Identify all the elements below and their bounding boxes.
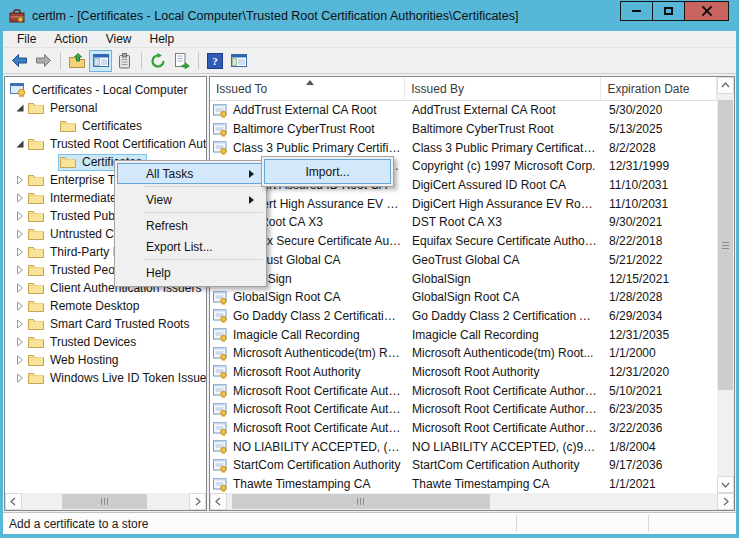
table-row[interactable]: Class 3 Public Primary Certificat...Clas… — [210, 138, 717, 157]
menu-item-export-list[interactable]: Export List... — [117, 236, 264, 257]
table-row[interactable]: Microsoft Root Certificate Auth...Micros… — [210, 381, 717, 400]
collapsed-expander-icon[interactable] — [13, 355, 26, 365]
show-console-tree-button[interactable] — [89, 50, 112, 72]
tree-horizontal-scrollbar[interactable] — [5, 493, 206, 510]
list-header: Issued ToIssued ByExpiration Date — [210, 77, 717, 101]
scroll-down-button[interactable] — [717, 476, 734, 493]
table-row[interactable]: Equifax Secure Certificate Auth...Equifa… — [210, 232, 717, 251]
table-row[interactable]: Imagicle Call RecordingImagicle Call Rec… — [210, 325, 717, 344]
table-row[interactable]: DST Root CA X3DST Root CA X39/30/2021 — [210, 213, 717, 232]
scroll-right-button[interactable] — [189, 493, 206, 510]
table-row[interactable]: Microsoft Authenticode(tm) Ro...Microsof… — [210, 344, 717, 363]
status-text: Add a certificate to a store — [9, 517, 148, 531]
collapsed-expander-icon[interactable] — [13, 301, 26, 311]
list-vertical-scrollbar[interactable] — [717, 77, 734, 493]
close-button[interactable] — [684, 1, 729, 21]
forward-button[interactable] — [32, 50, 55, 72]
table-row[interactable]: Thawte Timestamping CAThawte Timestampin… — [210, 475, 717, 493]
collapsed-expander-icon[interactable] — [13, 247, 26, 257]
toolbar-separator — [60, 52, 61, 69]
menu-item-view[interactable]: View — [117, 189, 264, 210]
back-button[interactable] — [8, 50, 31, 72]
menu-separator — [143, 212, 263, 213]
folder-icon — [28, 353, 45, 367]
scrollbar-thumb[interactable] — [232, 494, 490, 509]
collapsed-expander-icon[interactable] — [13, 193, 26, 203]
expanded-expander-icon[interactable] — [13, 139, 26, 149]
export-list-icon — [174, 53, 190, 69]
table-row[interactable]: DigiCert High Assurance EV Ro...DigiCert… — [210, 194, 717, 213]
tree-item[interactable]: Smart Card Trusted Roots — [5, 315, 206, 333]
expanded-expander-icon[interactable] — [13, 103, 26, 113]
scroll-up-button[interactable] — [717, 77, 734, 94]
collapsed-expander-icon[interactable] — [13, 229, 26, 239]
folder-icon — [28, 101, 45, 115]
up-one-level-button[interactable] — [65, 50, 88, 72]
menu-bar: FileActionViewHelp — [3, 31, 736, 48]
scrollbar-track[interactable] — [22, 493, 189, 510]
list-horizontal-scrollbar[interactable] — [210, 493, 734, 510]
scroll-left-button[interactable] — [210, 493, 227, 510]
console-window-button[interactable] — [227, 50, 250, 72]
tree-item[interactable]: Certificates - Local Computer — [5, 81, 206, 99]
svg-text:?: ? — [212, 55, 218, 67]
console-root-icon — [10, 82, 27, 98]
status-divider — [648, 515, 649, 532]
table-row[interactable]: Baltimore CyberTrust RootBaltimore Cyber… — [210, 120, 717, 139]
maximize-button[interactable] — [652, 1, 685, 21]
tree-item[interactable]: Personal — [5, 99, 206, 117]
refresh-button[interactable] — [146, 50, 169, 72]
scroll-left-button[interactable] — [5, 493, 22, 510]
table-row[interactable]: AddTrust External CA RootAddTrust Extern… — [210, 101, 717, 120]
minimize-button[interactable] — [620, 1, 653, 21]
maximize-icon — [664, 7, 673, 15]
collapsed-expander-icon[interactable] — [13, 319, 26, 329]
tree-item[interactable]: Web Hosting — [5, 351, 206, 369]
collapsed-expander-icon[interactable] — [13, 175, 26, 185]
tree-item[interactable]: Windows Live ID Token Issuer — [5, 369, 206, 387]
collapsed-expander-icon[interactable] — [13, 265, 26, 275]
column-header-expiration-date[interactable]: Expiration Date — [601, 77, 717, 100]
scrollbar-thumb[interactable] — [62, 494, 147, 509]
table-row[interactable]: NO LIABILITY ACCEPTED, (c)97 ...NO LIABI… — [210, 437, 717, 456]
table-row[interactable]: StartCom Certification AuthorityStartCom… — [210, 456, 717, 475]
tree-item[interactable]: Remote Desktop — [5, 297, 206, 315]
collapsed-expander-icon[interactable] — [13, 373, 26, 383]
menu-item-refresh[interactable]: Refresh — [117, 215, 264, 236]
menubar-item-action[interactable]: Action — [45, 31, 96, 47]
refresh-icon — [150, 53, 166, 69]
forward-icon — [35, 53, 52, 68]
menubar-item-view[interactable]: View — [97, 31, 141, 47]
table-row[interactable]: GlobalSignGlobalSign12/15/2021 — [210, 269, 717, 288]
scroll-right-button[interactable] — [717, 493, 734, 510]
tree-item[interactable]: Trusted Devices — [5, 333, 206, 351]
list-pane: Issued ToIssued ByExpiration Date AddTru… — [209, 76, 735, 511]
clipboard-button[interactable] — [113, 50, 136, 72]
export-list-button[interactable] — [170, 50, 193, 72]
context-menu: All TasksViewRefreshExport List...Help — [114, 160, 267, 287]
tree-item[interactable]: Trusted Root Certification Authorities — [5, 135, 206, 153]
table-row[interactable]: Microsoft Root Certificate Auth...Micros… — [210, 419, 717, 438]
table-row[interactable]: Microsoft Root AuthorityMicrosoft Root A… — [210, 363, 717, 382]
folder-icon — [28, 191, 45, 205]
table-row[interactable]: GlobalSign Root CAGlobalSign Root CA1/28… — [210, 288, 717, 307]
menu-item-import[interactable]: Import... — [264, 159, 391, 184]
menubar-item-help[interactable]: Help — [141, 31, 184, 47]
collapsed-expander-icon[interactable] — [13, 337, 26, 347]
collapsed-expander-icon[interactable] — [13, 283, 26, 293]
scrollbar-track[interactable] — [717, 94, 734, 476]
table-row[interactable]: Go Daddy Class 2 Certification ...Go Dad… — [210, 307, 717, 326]
menu-item-help[interactable]: Help — [117, 262, 264, 283]
certificate-icon — [213, 364, 229, 379]
menu-item-all-tasks[interactable]: All Tasks — [117, 163, 264, 184]
scrollbar-track[interactable] — [227, 493, 717, 510]
table-row[interactable]: GeoTrust Global CAGeoTrust Global CA5/21… — [210, 251, 717, 270]
tree-item[interactable]: Certificates — [5, 117, 206, 135]
column-header-issued-by[interactable]: Issued By — [405, 77, 601, 100]
scrollbar-thumb[interactable] — [718, 100, 733, 390]
menubar-item-file[interactable]: File — [8, 31, 45, 47]
collapsed-expander-icon[interactable] — [13, 211, 26, 221]
grip-icon — [357, 498, 365, 505]
help-button[interactable]: ? — [203, 50, 226, 72]
table-row[interactable]: Microsoft Root Certificate Auth...Micros… — [210, 400, 717, 419]
